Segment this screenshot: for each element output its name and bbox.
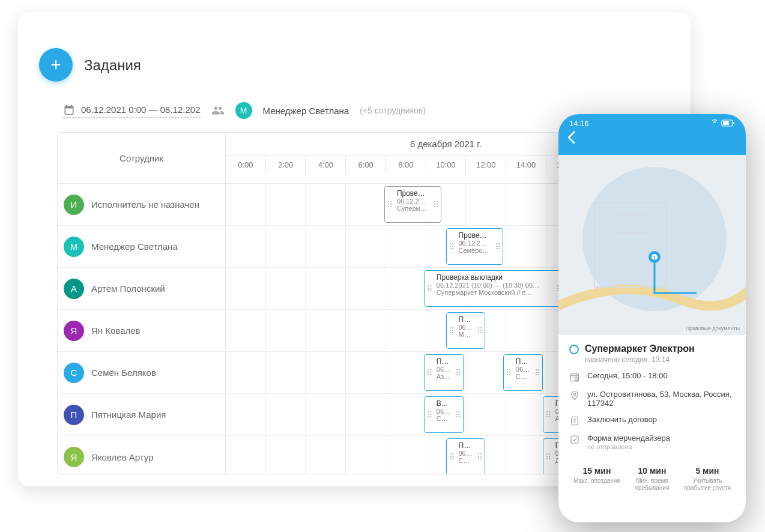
task-card[interactable]: ⠿Встре…06.12…Семё…⠿: [424, 396, 464, 433]
drag-handle-icon[interactable]: ⠿: [426, 286, 432, 291]
task-location: Семё…: [437, 415, 451, 422]
task-time: 06.12…: [516, 366, 530, 373]
task-card[interactable]: ⠿Пром…06.12…Мага…⠿: [446, 312, 486, 349]
employee-column-header: Сотрудник: [58, 133, 226, 183]
poi-title: Супермаркет Электрон: [585, 343, 695, 354]
task-time: 06.12…: [459, 324, 473, 331]
drag-handle-icon[interactable]: ⠿: [433, 202, 439, 207]
stat-label: Мин. время пребывания: [624, 477, 680, 492]
drag-handle-icon[interactable]: ⠿: [426, 370, 432, 375]
task-card[interactable]: ⠿Проверка вы…06.12.2021 (1…Семёрочка // …: [446, 228, 503, 265]
employee-avatar: А: [64, 279, 84, 299]
stat-value: 5 мин: [680, 466, 735, 476]
employee-cell[interactable]: ИИсполнитель не назначен: [58, 184, 226, 225]
phone-mockup: 14:16 1 Правовые документы Супермаркет Э…: [558, 114, 746, 522]
phone-stat: 10 минМин. время пребывания: [624, 466, 680, 492]
people-icon: [211, 104, 225, 117]
task-title: Проверка вы…: [459, 231, 491, 240]
add-task-button[interactable]: +: [39, 48, 73, 82]
task-card[interactable]: ⠿Проверка вы…06.12.2021 (8:…Супермаркет …: [384, 186, 441, 223]
task-title: Пром…: [459, 315, 473, 324]
employee-cell[interactable]: ММенеджер Светлана: [58, 226, 226, 267]
address-line: ул. Островитянова, 53, Москва, Россия, 1…: [569, 390, 735, 408]
date-range-text: 06.12.2021 0:00 — 08.12.202: [81, 104, 201, 115]
task-card[interactable]: ⠿Пром…06.12…Семё…⠿: [503, 354, 543, 391]
task-card[interactable]: ⠿Проверка выкладки06.12.2021 (10:00) — (…: [424, 270, 565, 307]
svg-point-10: [573, 393, 576, 396]
phone-status-icons: [711, 119, 735, 129]
drag-handle-icon[interactable]: ⠿: [506, 370, 512, 375]
employee-cell[interactable]: ЯЯн Ковалев: [58, 310, 226, 351]
task-card[interactable]: ⠿Пров…06.12…Азбук…⠿: [424, 354, 464, 391]
hour-label: 4:00: [306, 156, 346, 174]
phone-stats: 15 минМакс. опоздание10 минМин. время пр…: [569, 459, 735, 492]
poi-subtitle: назначено сегодня, 13:14: [585, 355, 695, 364]
task-title: Проверка вы…: [397, 189, 429, 198]
employee-cell[interactable]: ЯЯковлев Артур: [58, 436, 226, 474]
employee-avatar: Я: [64, 321, 84, 341]
drag-handle-icon[interactable]: ⠿: [455, 413, 461, 417]
task-title: Проверка выкладки: [437, 273, 552, 282]
manager-name[interactable]: Менеджер Светлана: [263, 106, 349, 116]
task-title: Пром…: [516, 357, 530, 366]
stat-label: Макс. опоздание: [569, 477, 624, 485]
employee-name: Семён Беляков: [91, 367, 156, 378]
hour-label: 2:00: [266, 156, 306, 174]
hour-label: 8:00: [386, 156, 426, 174]
employee-name: Исполнитель не назначен: [91, 199, 199, 210]
task-location: Семё…: [516, 373, 530, 380]
drag-handle-icon[interactable]: ⠿: [449, 328, 455, 333]
phone-back-button[interactable]: [567, 131, 575, 148]
drag-handle-icon[interactable]: ⠿: [387, 202, 393, 207]
chevron-left-icon: [567, 131, 575, 144]
task-location: Супер…: [459, 457, 473, 464]
employee-cell[interactable]: ППятницкая Мария: [58, 394, 226, 435]
hour-label: 12:00: [466, 156, 506, 174]
employee-cell[interactable]: ССемён Беляков: [58, 352, 226, 393]
employee-name: Ян Ковалев: [91, 325, 141, 336]
drag-handle-icon[interactable]: ⠿: [455, 370, 461, 375]
schedule-line: Сегодня, 15:00 - 18:00: [569, 371, 735, 382]
task-time: 06.12…: [437, 408, 451, 415]
calendar-icon: [63, 104, 75, 116]
phone-stat: 5 минУчитывать прибытие спустя: [680, 466, 735, 492]
stat-value: 10 мин: [624, 466, 680, 476]
form-line[interactable]: Форма мерчендайзера не отправлена: [569, 434, 735, 450]
phone-header: 14:16: [558, 114, 746, 155]
drag-handle-icon[interactable]: ⠿: [426, 413, 432, 417]
drag-handle-icon[interactable]: ⠿: [545, 455, 551, 459]
drag-handle-icon[interactable]: ⠿: [449, 455, 455, 459]
calendar-clock-icon: [569, 372, 580, 382]
drag-handle-icon[interactable]: ⠿: [495, 244, 501, 249]
hour-label: 14:00: [506, 156, 546, 174]
task-location: Супермаркет …: [397, 205, 429, 212]
phone-body: Супермаркет Электрон назначено сегодня, …: [558, 335, 746, 500]
phone-map[interactable]: 1 Правовые документы: [558, 155, 746, 335]
drag-handle-icon[interactable]: ⠿: [449, 244, 455, 249]
drag-handle-icon[interactable]: ⠿: [477, 328, 483, 333]
employee-name: Яковлев Артур: [91, 452, 154, 462]
date-range-picker[interactable]: 06.12.2021 0:00 — 08.12.202: [63, 104, 201, 118]
employee-cell[interactable]: ААртем Полонский: [58, 268, 226, 309]
task-location: Семёрочка // …: [459, 247, 491, 254]
task-card[interactable]: ⠿През…06.12…Супер…⠿: [446, 438, 486, 474]
employee-avatar: И: [64, 195, 84, 215]
drag-handle-icon[interactable]: ⠿: [534, 370, 540, 375]
task-location: Мага…: [459, 331, 473, 338]
task-time: 06.12.2021 (1…: [459, 240, 491, 247]
employee-avatar: С: [64, 363, 84, 383]
svg-text:1: 1: [653, 255, 656, 261]
drag-handle-icon[interactable]: ⠿: [477, 455, 483, 459]
action-line[interactable]: Заключить договор: [569, 415, 735, 426]
manager-avatar[interactable]: М: [235, 102, 252, 119]
manager-extra[interactable]: (+5 сотрудников): [360, 106, 426, 115]
task-time: 06.12…: [459, 450, 473, 457]
task-location: Азбук…: [437, 373, 451, 380]
drag-handle-icon[interactable]: ⠿: [545, 413, 551, 417]
svg-rect-2: [733, 122, 734, 124]
task-time: 06.12.2021 (8:…: [397, 198, 429, 205]
map-attribution: Правовые документы: [686, 325, 740, 331]
employee-avatar: М: [64, 237, 84, 257]
stat-value: 15 мин: [569, 466, 624, 476]
employee-avatar: Я: [64, 447, 84, 467]
